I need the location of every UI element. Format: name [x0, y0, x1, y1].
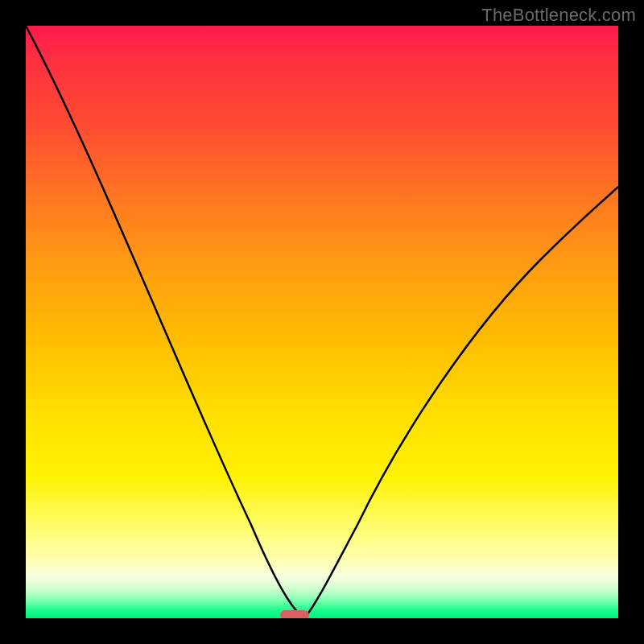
curve-right-branch — [304, 187, 618, 618]
plot-area — [26, 26, 618, 618]
curve-left-branch — [26, 26, 304, 618]
bottleneck-marker — [280, 610, 309, 618]
watermark-text: TheBottleneck.com — [481, 5, 636, 26]
bottleneck-curve — [26, 26, 618, 618]
chart-frame: TheBottleneck.com — [0, 0, 644, 644]
